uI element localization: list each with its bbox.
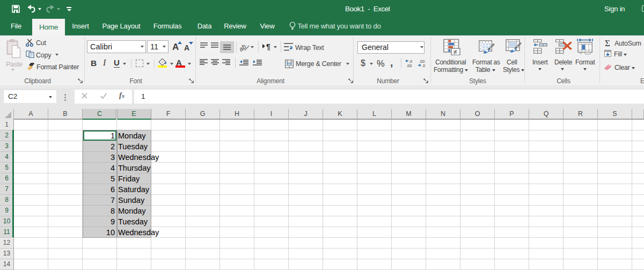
svg-text:≠: ≠ — [453, 48, 457, 55]
svg-text:ab: ab — [240, 43, 248, 52]
svg-text:.00: .00 — [406, 63, 412, 68]
svg-text:.0: .0 — [422, 63, 425, 68]
